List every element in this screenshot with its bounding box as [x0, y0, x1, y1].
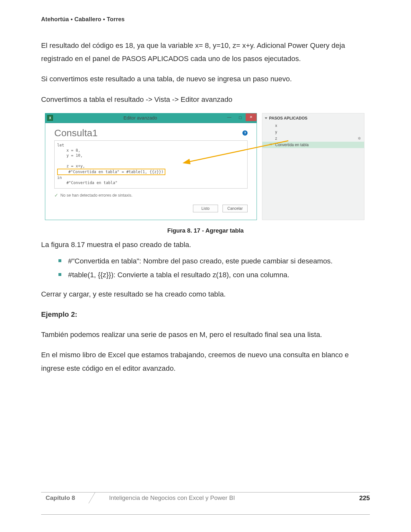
checkmark-icon: ✓ [54, 192, 58, 198]
maximize-button[interactable]: ▢ [235, 113, 246, 121]
page-footer: Capítulo 8 Inteligencia de Negocios con … [41, 492, 370, 515]
syntax-status: ✓ No se han detectado errores de sintaxi… [54, 192, 248, 198]
code-editor[interactable]: let x = 8, y = 10, z = x+y, #"Convertida… [54, 140, 248, 189]
paragraph-7: En el mismo libro de Excel que estamos t… [41, 348, 370, 375]
window-controls: — ▢ × [224, 113, 257, 121]
book-title: Inteligencia de Negocios con Excel y Pow… [109, 494, 235, 501]
applied-steps-panel: PASOS APLICADOS x y z ✲ Convertida en ta… [262, 113, 364, 220]
step-item-x[interactable]: x [262, 122, 364, 129]
figure-8-17: X Editor avanzado — ▢ × Consulta1 ? let … [41, 113, 370, 223]
query-name: Consulta1 ? [54, 128, 248, 138]
step-item-z[interactable]: z ✲ [262, 135, 364, 142]
query-name-text: Consulta1 [54, 128, 98, 138]
bullet-1: #"Convertida en tabla": Nombre del paso … [58, 254, 370, 268]
paragraph-4: La figura 8.17 muestra el paso creado de… [41, 238, 370, 251]
close-button[interactable]: × [246, 113, 257, 121]
advanced-editor-window: X Editor avanzado — ▢ × Consulta1 ? let … [45, 113, 257, 220]
figure-caption: Figura 8. 17 - Agregar tabla [41, 227, 370, 234]
code-pre: let x = 8, y = 10, z = x+y, [57, 143, 85, 168]
step-item-y[interactable]: y [262, 129, 364, 135]
bullet-2: #table(1, {{z}}): Convierte a tabla el r… [58, 268, 370, 281]
paragraph-2: Si convertimos este resultado a una tabl… [41, 72, 370, 85]
paragraph-1: El resultado del código es 18, ya que la… [41, 39, 370, 65]
help-icon[interactable]: ? [242, 130, 248, 136]
cancel-button[interactable]: Cancelar [223, 205, 248, 212]
code-highlighted-line: #"Convertida en tabla" = #table(1, {{z}}… [57, 169, 165, 175]
paragraph-6: También podemos realizar una serie de pa… [41, 328, 370, 341]
minimize-button[interactable]: — [224, 113, 235, 121]
paragraph-3: Convertimos a tabla el resultado -> Vist… [41, 93, 370, 106]
code-post: in #"Convertida en tabla" [57, 175, 118, 185]
svg-line-1 [89, 492, 95, 503]
paragraph-5: Cerrar y cargar, y este resultado se ha … [41, 288, 370, 301]
chapter-label: Capítulo 8 [41, 494, 84, 501]
page-number: 225 [359, 494, 370, 502]
heading-ejemplo-2: Ejemplo 2: [41, 308, 370, 321]
gear-icon[interactable]: ✲ [358, 136, 361, 141]
step-item-convertida[interactable]: Convertida en tabla [262, 142, 364, 148]
authors-line: Atehortúa • Caballero • Torres [41, 16, 370, 23]
done-button[interactable]: Listo [193, 205, 218, 212]
editor-titlebar: X Editor avanzado — ▢ × [45, 113, 257, 123]
footer-divider-icon [87, 492, 100, 504]
applied-steps-header: PASOS APLICADOS [262, 113, 364, 122]
step-item-z-label: z [275, 136, 277, 141]
bullet-list: #"Convertida en tabla": Nombre del paso … [58, 254, 370, 281]
excel-icon: X [47, 115, 53, 121]
syntax-status-text: No se han detectado errores de sintaxis. [60, 193, 132, 198]
